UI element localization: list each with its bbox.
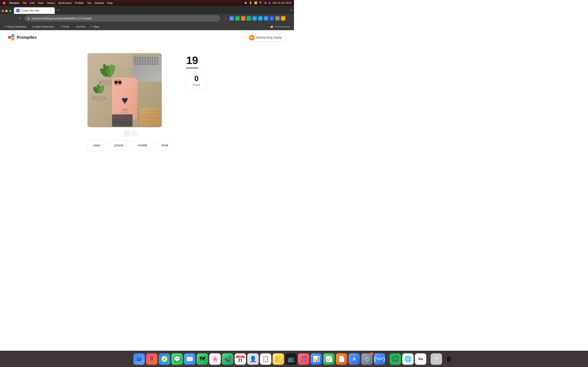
menu-file[interactable]: File xyxy=(22,1,27,4)
svg-rect-50 xyxy=(156,63,158,65)
window-controls xyxy=(2,10,11,14)
tab-title: Create Next App xyxy=(21,9,39,12)
window-maximize-button[interactable] xyxy=(9,10,11,12)
game-image-svg: ♥ so.go phone case xyxy=(87,53,162,127)
active-tab[interactable]: N Create Next App × xyxy=(14,7,55,14)
image-container: ♥ so.go phone case xyxy=(87,53,174,150)
answer-btn-case[interactable]: case xyxy=(87,141,106,150)
apple-menu[interactable]: 🍎 xyxy=(2,1,6,4)
bookmark-radioactive-label: Using 'radioactive... xyxy=(7,25,28,28)
address-input-container[interactable]: 🔒 xyxy=(25,15,220,22)
control-center-icon[interactable]: ⊞ xyxy=(264,1,267,4)
menu-chrome[interactable]: Chrome xyxy=(9,1,19,4)
timer-display: 19 xyxy=(186,55,207,66)
bookmark-stackoverflow-label: https://stackoverf... xyxy=(35,25,56,28)
menu-help[interactable]: Help xyxy=(107,1,113,4)
all-bookmarks-label: All Bookmarks xyxy=(274,25,290,28)
svg-point-70 xyxy=(119,81,121,83)
extension-icon-1[interactable]: ⚡ xyxy=(229,16,234,21)
svg-rect-75 xyxy=(112,114,132,127)
extension-icon-7[interactable]: B xyxy=(264,16,268,21)
more-options-icon[interactable]: ⋮ xyxy=(287,16,292,21)
menu-bar: 🍎 Chrome File Edit View History Bookmark… xyxy=(0,0,294,6)
image-dot-2[interactable] xyxy=(132,131,138,136)
forward-button[interactable]: → xyxy=(10,16,16,21)
svg-point-82 xyxy=(138,123,139,125)
tab-favicon: N xyxy=(16,9,20,12)
window-close-button[interactable] xyxy=(2,10,4,12)
menu-history[interactable]: History xyxy=(47,1,55,4)
address-input[interactable] xyxy=(32,17,218,20)
menu-view[interactable]: View xyxy=(38,1,43,4)
svg-rect-42 xyxy=(137,63,139,65)
svg-rect-2 xyxy=(11,38,14,40)
bookmark-youtube[interactable]: ▶ YouTube xyxy=(71,25,87,29)
bookmarks-separator xyxy=(104,25,104,29)
extension-icon-4[interactable]: 🐾 xyxy=(247,16,251,21)
siri-icon[interactable]: ◎ xyxy=(268,1,270,4)
extension-icon-3[interactable]: 🦊 xyxy=(241,16,245,21)
youtube-icon: ▶ xyxy=(73,25,75,28)
svg-rect-33 xyxy=(139,61,141,63)
bookmark-stackoverflow[interactable]: ◉ https://stackoverf... xyxy=(31,25,57,29)
score-panel: 19 0 Score xyxy=(186,53,207,90)
refresh-button[interactable]: ↻ xyxy=(17,16,23,21)
tab-list-button[interactable]: ≡ xyxy=(291,8,292,14)
menu-window[interactable]: Window xyxy=(95,1,104,4)
page-content: Promptles MZ Mesmerizing Zephyr xyxy=(0,30,294,171)
extension-icon-5[interactable]: G xyxy=(252,16,257,21)
svg-rect-18 xyxy=(152,57,153,58)
menu-bookmarks[interactable]: Bookmarks xyxy=(58,1,72,4)
svg-rect-26 xyxy=(147,59,148,60)
svg-rect-31 xyxy=(135,61,136,63)
answer-btn-mobile[interactable]: mobile xyxy=(132,141,153,150)
answer-btn-brief[interactable]: brief xyxy=(156,141,174,150)
back-button[interactable]: ← xyxy=(2,16,8,21)
all-bookmarks-button[interactable]: 📁 All Bookmarks xyxy=(269,25,292,29)
menu-tab[interactable]: Tab xyxy=(87,1,91,4)
svg-rect-11 xyxy=(135,57,136,58)
image-dot-1[interactable] xyxy=(124,131,130,136)
svg-rect-1 xyxy=(11,34,14,37)
new-tab-button[interactable]: + xyxy=(56,7,61,13)
answer-btn-phone[interactable]: phone xyxy=(109,141,130,150)
game-image: ♥ so.go phone case xyxy=(87,53,162,127)
bookmark-maps[interactable]: 📍 Maps xyxy=(88,25,101,29)
svg-rect-60 xyxy=(93,96,104,101)
extension-icon-8[interactable]: O xyxy=(269,16,274,21)
bookmark-radioactive[interactable]: ☢ Using 'radioactive... xyxy=(2,25,30,29)
bookmark-maps-label: Maps xyxy=(94,25,99,28)
extension-icon-6[interactable]: S xyxy=(258,16,263,21)
menu-profiles[interactable]: Profiles xyxy=(75,1,84,4)
record-icon: ⏺ xyxy=(245,1,247,4)
svg-rect-30 xyxy=(156,59,158,60)
user-button[interactable]: MZ Mesmerizing Zephyr xyxy=(245,33,286,42)
bookmark-star-icon[interactable]: ☆ xyxy=(223,16,228,21)
bookmark-gmail[interactable]: M Gmail xyxy=(58,25,71,29)
window-minimize-button[interactable] xyxy=(5,10,8,12)
tab-close-button[interactable]: × xyxy=(49,9,52,12)
user-name: Mesmerizing Zephyr xyxy=(256,36,282,39)
svg-rect-46 xyxy=(147,63,148,65)
app-logo: Promptles xyxy=(8,34,37,41)
gmail-icon: M xyxy=(60,25,62,28)
svg-text:phone case: phone case xyxy=(121,112,129,114)
menu-edit[interactable]: Edit xyxy=(30,1,35,4)
svg-rect-20 xyxy=(156,57,158,58)
extension-icon-9[interactable]: 🧩 xyxy=(275,16,280,21)
svg-rect-45 xyxy=(144,63,146,65)
svg-point-80 xyxy=(138,118,139,119)
svg-rect-35 xyxy=(144,61,146,63)
svg-rect-23 xyxy=(139,59,141,60)
stackoverflow-icon: ◉ xyxy=(32,25,34,28)
extension-icon-10[interactable]: ☀ xyxy=(281,16,285,21)
svg-rect-17 xyxy=(149,57,151,58)
svg-rect-27 xyxy=(149,59,151,60)
svg-rect-48 xyxy=(152,63,153,65)
search-icon[interactable]: 🔍 xyxy=(259,1,262,4)
svg-rect-34 xyxy=(142,61,144,63)
extension-icon-2[interactable]: 🔮 xyxy=(235,16,240,21)
svg-point-78 xyxy=(138,112,139,114)
score-label: Score xyxy=(191,83,201,86)
svg-rect-21 xyxy=(135,59,136,60)
